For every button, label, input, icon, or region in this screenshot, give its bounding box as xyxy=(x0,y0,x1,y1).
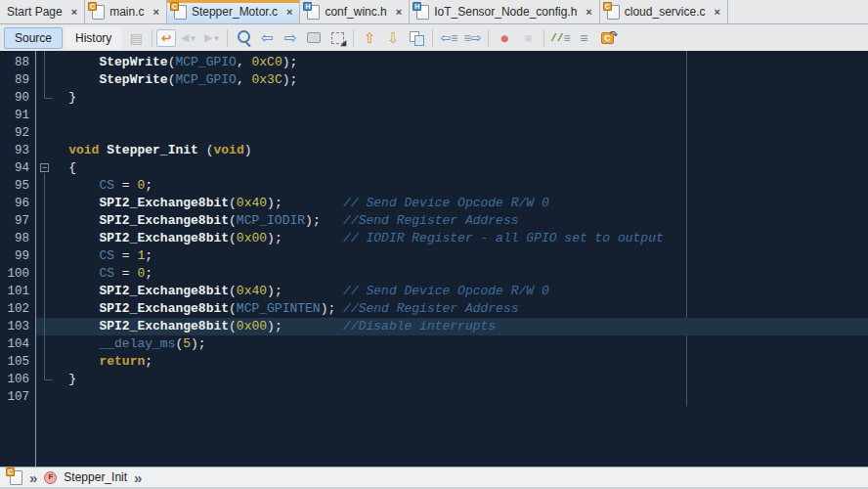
fold-toggle-icon[interactable]: − xyxy=(40,163,49,172)
tab-iot-sensor-node-config-h[interactable]: HIoT_Sensor_Node_config.h× xyxy=(410,0,600,23)
code-line[interactable] xyxy=(36,388,868,406)
line-number[interactable]: 95 xyxy=(0,177,35,195)
code-line[interactable]: CS = 0; xyxy=(36,177,868,195)
c-file-icon: C xyxy=(174,5,187,20)
line-number[interactable]: 104 xyxy=(0,335,35,353)
tab-stepper-motor-c[interactable]: CStepper_Motor.c× xyxy=(167,0,301,23)
tab-start-page[interactable]: Start Page× xyxy=(0,0,85,23)
code-line[interactable]: } xyxy=(36,371,868,388)
tab-bar: Start Page×Cmain.c×CStepper_Motor.c×Hcon… xyxy=(0,0,868,24)
tab-cloud-service-c[interactable]: Ccloud_service.c× xyxy=(600,0,728,23)
close-icon[interactable]: × xyxy=(396,6,402,18)
history-view-button[interactable]: History xyxy=(65,27,122,49)
line-number[interactable]: 100 xyxy=(0,265,35,283)
line-number[interactable]: 102 xyxy=(0,300,35,318)
line-number[interactable]: 103 xyxy=(0,318,35,335)
line-number[interactable]: 96 xyxy=(0,195,35,212)
fold-line-stepper-init xyxy=(44,173,45,379)
shift-line-left-icon[interactable] xyxy=(437,27,460,49)
code-line[interactable]: } xyxy=(36,89,868,107)
chevron-right-icon: » xyxy=(29,470,37,485)
code-line[interactable]: __delay_ms(5); xyxy=(36,335,868,353)
line-number[interactable]: 91 xyxy=(0,107,35,124)
ide-window: Start Page×Cmain.c×CStepper_Motor.c×Hcon… xyxy=(0,0,868,489)
toolbar-separator xyxy=(488,29,489,47)
close-icon[interactable]: × xyxy=(586,6,591,18)
breadcrumb-function-name[interactable]: Stepper_Init xyxy=(64,470,127,484)
close-icon[interactable]: × xyxy=(286,6,292,18)
line-number[interactable]: 101 xyxy=(0,283,35,300)
fold-corner-line-106 xyxy=(44,379,53,380)
code-line[interactable]: SPI2_Exchange8bit(0x00); // IODIR Regist… xyxy=(36,230,868,247)
code-line[interactable]: return; xyxy=(36,353,868,371)
tab-label: main.c xyxy=(109,5,144,19)
file-type-badge: C xyxy=(603,2,612,11)
code-line[interactable] xyxy=(36,107,868,124)
close-icon[interactable]: × xyxy=(715,6,720,18)
comment-icon[interactable] xyxy=(548,27,572,49)
code-line[interactable]: SPI2_Exchange8bit(MCP_IODIR); //Send Reg… xyxy=(36,212,868,230)
h-file-icon: H xyxy=(307,5,320,20)
code-line[interactable]: SPI2_Exchange8bit(0x40); // Send Device … xyxy=(36,195,868,212)
code-line[interactable]: void Stepper_Init (void) xyxy=(36,142,868,159)
code-line[interactable]: SPI2_Exchange8bit(MCP_GPINTEN); //Send R… xyxy=(36,300,868,318)
close-icon[interactable]: × xyxy=(152,6,158,18)
uncomment-icon[interactable] xyxy=(572,27,595,49)
line-number[interactable]: 106 xyxy=(0,371,35,388)
line-number[interactable]: 97 xyxy=(0,212,35,230)
c-file-icon: C xyxy=(607,5,620,20)
code-editor[interactable]: 8889909192939495969798991001011021031041… xyxy=(0,51,868,467)
line-number[interactable]: 88 xyxy=(0,54,35,71)
line-number-gutter[interactable]: 8889909192939495969798991001011021031041… xyxy=(0,51,36,467)
toggle-highlight-search-icon[interactable] xyxy=(302,27,326,49)
line-number[interactable]: 94 xyxy=(0,159,35,177)
line-number[interactable]: 90 xyxy=(0,89,35,107)
function-icon: F xyxy=(44,471,57,484)
line-number[interactable]: 92 xyxy=(0,124,35,142)
toolbar-separator xyxy=(227,29,228,47)
jump-last-edit-icon[interactable] xyxy=(156,29,176,47)
next-bookmark-icon[interactable] xyxy=(381,27,405,49)
line-number[interactable]: 89 xyxy=(0,71,35,89)
code-area[interactable]: − StepWrite(MCP_GPIO, 0xC0); StepWrite(M… xyxy=(36,51,868,467)
code-line[interactable]: StepWrite(MCP_GPIO, 0x3C); xyxy=(36,71,868,89)
line-number[interactable]: 99 xyxy=(0,247,35,265)
previous-bookmark-icon[interactable] xyxy=(358,27,381,49)
editor-toolbar: Source History xyxy=(0,24,868,51)
code-line[interactable] xyxy=(36,124,868,142)
toolbar-separator xyxy=(353,29,354,47)
toggle-rectangular-selection-icon[interactable] xyxy=(326,27,349,49)
code-line[interactable]: CS = 1; xyxy=(36,247,868,265)
tab-label: conf_winc.h xyxy=(325,5,386,19)
code-line[interactable]: CS = 0; xyxy=(36,265,868,283)
tab-conf-winc-h[interactable]: Hconf_winc.h× xyxy=(300,0,410,23)
toolbar-separator xyxy=(432,29,433,47)
nav-forward-icon xyxy=(199,27,223,49)
code-line[interactable]: SPI2_Exchange8bit(0x00); //Disable inter… xyxy=(36,318,868,335)
code-line[interactable]: SPI2_Exchange8bit(0x40); // Send Device … xyxy=(36,283,868,300)
c-file-icon: C xyxy=(10,470,22,485)
code-line[interactable]: StepWrite(MCP_GPIO, 0xC0); xyxy=(36,54,868,71)
find-previous-occurrence-icon[interactable] xyxy=(255,27,279,49)
line-number[interactable]: 105 xyxy=(0,353,35,371)
file-type-badge: C xyxy=(6,467,15,476)
code-line[interactable]: { xyxy=(36,159,868,177)
tab-label: Start Page xyxy=(7,5,63,19)
chevron-right-icon: » xyxy=(134,470,142,485)
toggle-source-header-icon[interactable] xyxy=(595,27,619,49)
line-number[interactable]: 93 xyxy=(0,142,35,159)
fold-corner-line-90 xyxy=(44,98,53,99)
source-view-button[interactable]: Source xyxy=(4,27,63,49)
close-icon[interactable]: × xyxy=(71,6,77,18)
start-macro-recording-icon[interactable] xyxy=(493,27,516,49)
line-number[interactable]: 98 xyxy=(0,230,35,247)
line-number[interactable]: 107 xyxy=(0,388,35,406)
file-type-badge: H xyxy=(412,2,421,11)
c-file-icon: C xyxy=(92,5,105,20)
goto-related-icon[interactable] xyxy=(405,27,428,49)
shift-line-right-icon[interactable] xyxy=(460,27,484,49)
find-selection-icon[interactable] xyxy=(232,27,255,49)
find-next-occurrence-icon[interactable] xyxy=(279,27,302,49)
tab-label: IoT_Sensor_Node_config.h xyxy=(434,5,577,19)
tab-main-c[interactable]: Cmain.c× xyxy=(85,0,167,23)
